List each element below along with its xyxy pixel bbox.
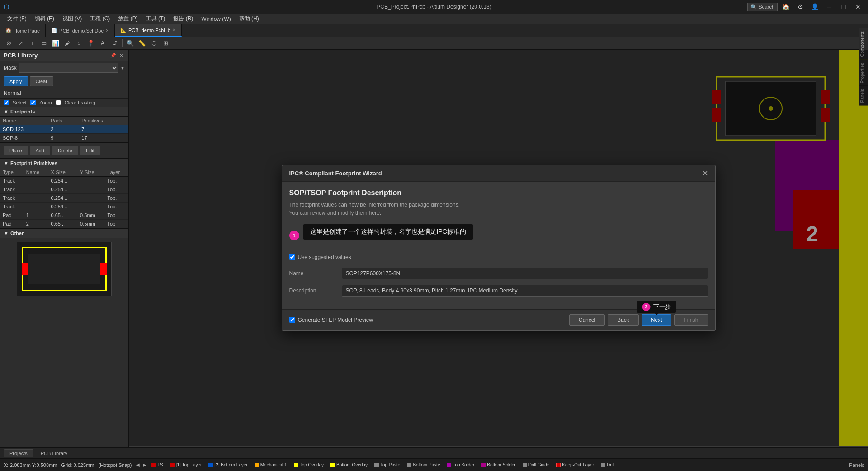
- layer-tab-mechanical[interactable]: Mechanical 1: [252, 462, 290, 468]
- col-primitives[interactable]: Primitives: [79, 117, 128, 125]
- description-input[interactable]: [342, 285, 708, 297]
- use-suggested-checkbox[interactable]: [289, 254, 295, 260]
- layer-tab-top-solder[interactable]: Top Solder: [444, 462, 477, 468]
- layer-dot-bottom: [208, 463, 213, 467]
- prim-ysize-3: [77, 203, 104, 211]
- prim-name-5: 2: [24, 220, 48, 228]
- layer-tab-drill-guide[interactable]: Drill Guide: [520, 462, 552, 468]
- panel-pin-btn[interactable]: 📌: [109, 52, 117, 59]
- undo-icon[interactable]: ↺: [109, 38, 119, 48]
- rect-icon[interactable]: ▭: [39, 38, 49, 48]
- select-checkbox[interactable]: [4, 100, 9, 105]
- back-button[interactable]: Back: [608, 314, 639, 326]
- layer-label-bottom-solder: Bottom Solder: [487, 462, 515, 467]
- prim-col-ysize: Y-Size: [77, 168, 104, 177]
- table-row[interactable]: SOD-123 2 7: [0, 125, 128, 134]
- table-row[interactable]: SOP-8 9 17: [0, 134, 128, 142]
- circle-icon[interactable]: ○: [74, 38, 84, 48]
- modal-close-button[interactable]: ✕: [702, 169, 708, 178]
- rules-icon[interactable]: ⊞: [160, 38, 170, 48]
- menu-reports[interactable]: 报告 (R): [170, 14, 197, 24]
- generate-step-checkbox[interactable]: [289, 317, 295, 323]
- prim-type-1: Track: [0, 185, 24, 194]
- finish-button[interactable]: Finish: [674, 314, 708, 326]
- layer-label-ls: LS: [157, 462, 163, 467]
- place-button[interactable]: Place: [4, 146, 28, 155]
- layer-tab-drill[interactable]: Drill: [598, 462, 617, 468]
- route-icon[interactable]: ↗: [15, 38, 25, 48]
- tab-schdoc[interactable]: 📄 PCB_demo.SchDoc ✕: [46, 24, 115, 37]
- layer-tab-bottom[interactable]: [2] Bottom Layer: [206, 462, 250, 468]
- bottom-tab-projects[interactable]: Projects: [4, 449, 33, 457]
- search-box[interactable]: 🔍 Search: [747, 3, 778, 11]
- menu-tools[interactable]: 工具 (T): [142, 14, 169, 24]
- collapse-footprints-icon[interactable]: ▼: [4, 109, 9, 114]
- use-suggested-row: Use suggested values: [289, 254, 708, 260]
- menu-place[interactable]: 放置 (P): [114, 14, 141, 24]
- layer-tab-top[interactable]: [1] Top Layer: [167, 462, 205, 468]
- delete-button[interactable]: Delete: [52, 146, 78, 155]
- edit-button[interactable]: Edit: [80, 146, 100, 155]
- name-input[interactable]: [342, 268, 708, 279]
- col-name[interactable]: Name: [0, 117, 48, 125]
- layer-tab-keepout[interactable]: Keep-Out Layer: [553, 462, 597, 468]
- apply-button[interactable]: Apply: [4, 76, 28, 86]
- tab-home[interactable]: 🏠 Home Page: [0, 24, 46, 37]
- close-button[interactable]: ✕: [852, 2, 864, 11]
- text-icon[interactable]: A: [98, 38, 108, 48]
- zoom-checkbox[interactable]: [30, 100, 36, 105]
- layer-tab-top-overlay[interactable]: Top Overlay: [291, 462, 326, 468]
- list-item[interactable]: Track 0.254... Top.: [0, 203, 128, 211]
- layer-tab-top-paste[interactable]: Top Paste: [372, 462, 403, 468]
- layer-tab-bottom-paste[interactable]: Bottom Paste: [404, 462, 443, 468]
- schdoc-tab-close[interactable]: ✕: [105, 28, 109, 33]
- minimize-button[interactable]: ─: [823, 2, 835, 11]
- panels-label[interactable]: Panels: [849, 462, 864, 468]
- bottom-tab-pcblibrary[interactable]: PCB Library: [35, 450, 73, 457]
- menu-edit[interactable]: 编辑 (E): [31, 14, 58, 24]
- pcblib-tab-close[interactable]: ✕: [172, 28, 176, 33]
- inspect-icon[interactable]: 🔍: [125, 38, 135, 48]
- add-button[interactable]: Add: [30, 146, 51, 155]
- maximize-button[interactable]: □: [837, 2, 850, 11]
- pin-icon[interactable]: 📍: [86, 38, 96, 48]
- menu-project[interactable]: 工程 (C): [86, 14, 113, 24]
- other-section-label: Other: [10, 231, 24, 236]
- menu-file[interactable]: 文件 (F): [4, 14, 30, 24]
- clear-existing-checkbox[interactable]: [56, 100, 61, 105]
- list-item[interactable]: Track 0.254... Top.: [0, 185, 128, 194]
- col-pads[interactable]: Pads: [48, 117, 79, 125]
- list-item[interactable]: Pad 1 0.65... 0.5mm Top: [0, 211, 128, 220]
- title-bar-right: 🔍 Search 🏠 ⚙ 👤 ─ □ ✕: [747, 2, 864, 11]
- layer-next-btn[interactable]: ▶: [142, 462, 147, 467]
- clear-button[interactable]: Clear: [30, 76, 53, 86]
- collapse-other-icon[interactable]: ▼: [4, 231, 9, 236]
- 3d-icon[interactable]: ⬡: [149, 38, 159, 48]
- brush-icon[interactable]: 🖌: [62, 38, 72, 48]
- cancel-button[interactable]: Cancel: [569, 314, 605, 326]
- wizard-desc-line1: The footprint values can now be inferred…: [289, 201, 708, 209]
- measure-icon[interactable]: 📏: [137, 38, 147, 48]
- panel-close-btn[interactable]: ✕: [118, 52, 125, 59]
- add-icon[interactable]: +: [27, 38, 37, 48]
- collapse-primitives-icon[interactable]: ▼: [4, 160, 9, 166]
- home-icon[interactable]: 🏠: [779, 2, 792, 11]
- layer-prev-btn[interactable]: ◀: [135, 462, 141, 467]
- filter-icon[interactable]: ⊘: [4, 38, 14, 48]
- menu-help[interactable]: 帮助 (H): [236, 14, 263, 24]
- chart-icon[interactable]: 📊: [51, 38, 61, 48]
- user-icon[interactable]: 👤: [808, 2, 821, 11]
- list-item[interactable]: Track 0.254... Top.: [0, 194, 128, 203]
- wizard-desc-line2: You can review and modify them here.: [289, 209, 708, 217]
- layer-tab-ls[interactable]: LS: [149, 462, 165, 468]
- tab-pcblib[interactable]: 📐 PCB_demo.PcbLib ✕: [115, 24, 182, 37]
- layer-tab-bottom-solder[interactable]: Bottom Solder: [478, 462, 518, 468]
- list-item[interactable]: Pad 2 0.65... 0.5mm Top: [0, 220, 128, 228]
- menu-view[interactable]: 视图 (V): [59, 14, 85, 24]
- list-item[interactable]: Track 0.254... Top.: [0, 177, 128, 185]
- settings-icon[interactable]: ⚙: [794, 2, 807, 11]
- mask-select[interactable]: [19, 63, 118, 73]
- layer-tab-bottom-overlay[interactable]: Bottom Overlay: [328, 462, 370, 468]
- menu-window[interactable]: Window (W): [198, 15, 234, 23]
- canvas-area[interactable]: 2 IPC® Compliant Footprin: [129, 50, 868, 458]
